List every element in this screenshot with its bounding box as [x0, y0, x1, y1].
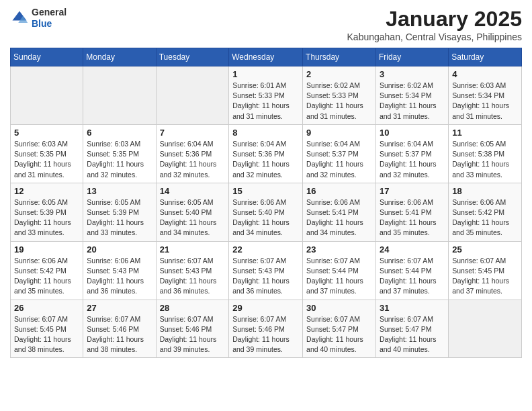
- day-info: Sunrise: 6:07 AMSunset: 5:44 PMDaylight:…: [306, 256, 372, 297]
- day-info: Sunrise: 6:07 AMSunset: 5:47 PMDaylight:…: [380, 314, 445, 355]
- day-cell: [83, 66, 156, 125]
- day-info: Sunrise: 6:05 AMSunset: 5:39 PMDaylight:…: [14, 197, 79, 238]
- weekday-header-monday: Monday: [83, 48, 156, 66]
- day-number: 9: [306, 128, 372, 138]
- day-cell: 11Sunrise: 6:05 AMSunset: 5:38 PMDayligh…: [449, 124, 522, 183]
- day-cell: 20Sunrise: 6:06 AMSunset: 5:43 PMDayligh…: [83, 241, 156, 300]
- day-cell: 21Sunrise: 6:07 AMSunset: 5:43 PMDayligh…: [156, 241, 229, 300]
- day-number: 29: [232, 303, 299, 313]
- day-info: Sunrise: 6:03 AMSunset: 5:35 PMDaylight:…: [14, 139, 79, 180]
- header: General Blue January 2025 Kabungahan, Ce…: [10, 7, 522, 42]
- day-info: Sunrise: 6:06 AMSunset: 5:42 PMDaylight:…: [452, 197, 518, 238]
- day-number: 8: [232, 128, 299, 138]
- day-cell: 18Sunrise: 6:06 AMSunset: 5:42 PMDayligh…: [449, 183, 522, 241]
- day-number: 15: [232, 186, 299, 196]
- day-cell: 26Sunrise: 6:07 AMSunset: 5:45 PMDayligh…: [11, 300, 83, 358]
- day-number: 3: [380, 69, 445, 79]
- day-info: Sunrise: 6:03 AMSunset: 5:34 PMDaylight:…: [452, 81, 518, 122]
- day-cell: [156, 66, 229, 125]
- day-info: Sunrise: 6:02 AMSunset: 5:34 PMDaylight:…: [380, 81, 445, 122]
- month-title: January 2025: [347, 7, 522, 32]
- day-number: 23: [306, 244, 372, 255]
- day-info: Sunrise: 6:06 AMSunset: 5:41 PMDaylight:…: [380, 197, 445, 238]
- day-cell: 5Sunrise: 6:03 AMSunset: 5:35 PMDaylight…: [11, 124, 83, 183]
- day-number: 5: [14, 128, 79, 138]
- day-cell: 4Sunrise: 6:03 AMSunset: 5:34 PMDaylight…: [449, 66, 522, 125]
- day-number: 12: [14, 186, 79, 196]
- day-number: 25: [452, 244, 518, 255]
- day-number: 21: [160, 244, 226, 255]
- day-number: 31: [380, 303, 445, 313]
- day-info: Sunrise: 6:07 AMSunset: 5:46 PMDaylight:…: [232, 314, 299, 355]
- day-cell: 9Sunrise: 6:04 AMSunset: 5:37 PMDaylight…: [303, 124, 376, 183]
- day-info: Sunrise: 6:04 AMSunset: 5:37 PMDaylight:…: [380, 139, 445, 180]
- weekday-header-friday: Friday: [375, 48, 448, 66]
- day-info: Sunrise: 6:06 AMSunset: 5:40 PMDaylight:…: [232, 197, 299, 238]
- day-cell: 23Sunrise: 6:07 AMSunset: 5:44 PMDayligh…: [303, 241, 376, 300]
- day-number: 27: [87, 303, 152, 313]
- day-number: 2: [306, 69, 372, 79]
- day-number: 18: [452, 186, 518, 196]
- day-info: Sunrise: 6:02 AMSunset: 5:33 PMDaylight:…: [306, 81, 372, 122]
- day-info: Sunrise: 6:07 AMSunset: 5:45 PMDaylight:…: [14, 314, 79, 355]
- day-number: 4: [452, 69, 518, 79]
- day-number: 20: [87, 244, 152, 255]
- day-cell: [11, 66, 83, 125]
- day-cell: 3Sunrise: 6:02 AMSunset: 5:34 PMDaylight…: [375, 66, 448, 125]
- day-number: 19: [14, 244, 79, 255]
- weekday-header-thursday: Thursday: [303, 48, 376, 66]
- day-cell: 30Sunrise: 6:07 AMSunset: 5:47 PMDayligh…: [303, 300, 376, 358]
- logo-text-general: General: [32, 7, 66, 17]
- day-number: 10: [380, 128, 445, 138]
- day-number: 11: [452, 128, 518, 138]
- day-cell: 17Sunrise: 6:06 AMSunset: 5:41 PMDayligh…: [375, 183, 448, 241]
- day-cell: 25Sunrise: 6:07 AMSunset: 5:45 PMDayligh…: [449, 241, 522, 300]
- day-info: Sunrise: 6:03 AMSunset: 5:35 PMDaylight:…: [87, 139, 152, 180]
- day-info: Sunrise: 6:04 AMSunset: 5:36 PMDaylight:…: [160, 139, 226, 180]
- day-number: 14: [160, 186, 226, 196]
- day-cell: 15Sunrise: 6:06 AMSunset: 5:40 PMDayligh…: [229, 183, 303, 241]
- day-number: 17: [380, 186, 445, 196]
- day-number: 24: [380, 244, 445, 255]
- day-cell: 1Sunrise: 6:01 AMSunset: 5:33 PMDaylight…: [229, 66, 303, 125]
- weekday-header-wednesday: Wednesday: [229, 48, 303, 66]
- week-row-2: 5Sunrise: 6:03 AMSunset: 5:35 PMDaylight…: [11, 124, 522, 183]
- day-cell: 29Sunrise: 6:07 AMSunset: 5:46 PMDayligh…: [229, 300, 303, 358]
- calendar-table: SundayMondayTuesdayWednesdayThursdayFrid…: [10, 48, 522, 358]
- day-cell: 7Sunrise: 6:04 AMSunset: 5:36 PMDaylight…: [156, 124, 229, 183]
- day-cell: 27Sunrise: 6:07 AMSunset: 5:46 PMDayligh…: [83, 300, 156, 358]
- day-number: 7: [160, 128, 226, 138]
- day-cell: 6Sunrise: 6:03 AMSunset: 5:35 PMDaylight…: [83, 124, 156, 183]
- day-cell: 13Sunrise: 6:05 AMSunset: 5:39 PMDayligh…: [83, 183, 156, 241]
- day-info: Sunrise: 6:07 AMSunset: 5:46 PMDaylight:…: [87, 314, 152, 355]
- weekday-header-tuesday: Tuesday: [156, 48, 229, 66]
- day-info: Sunrise: 6:04 AMSunset: 5:36 PMDaylight:…: [232, 139, 299, 180]
- day-info: Sunrise: 6:06 AMSunset: 5:43 PMDaylight:…: [87, 256, 152, 297]
- weekday-header-saturday: Saturday: [449, 48, 522, 66]
- week-row-3: 12Sunrise: 6:05 AMSunset: 5:39 PMDayligh…: [11, 183, 522, 241]
- day-info: Sunrise: 6:07 AMSunset: 5:43 PMDaylight:…: [160, 256, 226, 297]
- week-row-5: 26Sunrise: 6:07 AMSunset: 5:45 PMDayligh…: [11, 300, 522, 358]
- week-row-1: 1Sunrise: 6:01 AMSunset: 5:33 PMDaylight…: [11, 66, 522, 125]
- day-info: Sunrise: 6:05 AMSunset: 5:39 PMDaylight:…: [87, 197, 152, 238]
- logo-icon: [10, 9, 29, 28]
- day-number: 28: [160, 303, 226, 313]
- day-info: Sunrise: 6:07 AMSunset: 5:43 PMDaylight:…: [232, 256, 299, 297]
- day-number: 1: [232, 69, 299, 79]
- day-cell: 2Sunrise: 6:02 AMSunset: 5:33 PMDaylight…: [303, 66, 376, 125]
- day-cell: 12Sunrise: 6:05 AMSunset: 5:39 PMDayligh…: [11, 183, 83, 241]
- day-cell: 8Sunrise: 6:04 AMSunset: 5:36 PMDaylight…: [229, 124, 303, 183]
- weekday-header-row: SundayMondayTuesdayWednesdayThursdayFrid…: [11, 48, 522, 66]
- day-number: 13: [87, 186, 152, 196]
- day-info: Sunrise: 6:05 AMSunset: 5:40 PMDaylight:…: [160, 197, 226, 238]
- day-cell: 10Sunrise: 6:04 AMSunset: 5:37 PMDayligh…: [375, 124, 448, 183]
- day-info: Sunrise: 6:06 AMSunset: 5:41 PMDaylight:…: [306, 197, 372, 238]
- day-info: Sunrise: 6:07 AMSunset: 5:45 PMDaylight:…: [452, 256, 518, 297]
- day-info: Sunrise: 6:04 AMSunset: 5:37 PMDaylight:…: [306, 139, 372, 180]
- day-number: 6: [87, 128, 152, 138]
- day-number: 16: [306, 186, 372, 196]
- day-cell: 22Sunrise: 6:07 AMSunset: 5:43 PMDayligh…: [229, 241, 303, 300]
- location: Kabungahan, Central Visayas, Philippines: [347, 32, 522, 42]
- week-row-4: 19Sunrise: 6:06 AMSunset: 5:42 PMDayligh…: [11, 241, 522, 300]
- day-info: Sunrise: 6:05 AMSunset: 5:38 PMDaylight:…: [452, 139, 518, 180]
